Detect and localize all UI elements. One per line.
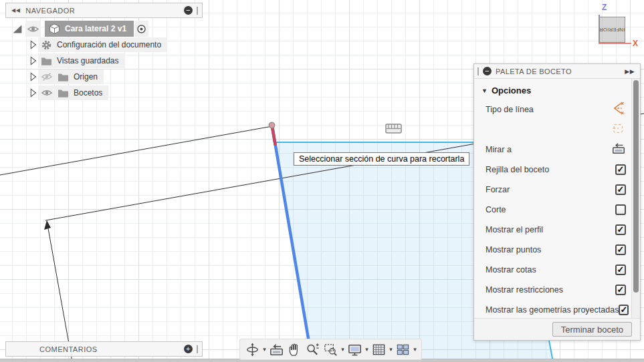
section-opciones[interactable]: ▼ Opciones [474,79,631,100]
row-label: Mirar a [486,145,611,154]
expand-arrow-icon[interactable] [29,87,37,98]
grid-dropdown-caret[interactable]: ▾ [388,346,394,353]
palette-row-grid: Rejilla del boceto [474,160,631,180]
collapse-panel-icon[interactable]: ◀◀ [11,7,20,13]
sketch-line-upper[interactable] [0,126,272,175]
tree-item[interactable]: Vistas guardadas [38,53,125,68]
viewports-icon[interactable] [394,341,412,359]
dimension-badge-icon[interactable] [386,124,401,133]
palette-row-line-type: Tipo de línea [474,100,631,120]
viewcube[interactable]: INFERIOR Z X [574,0,644,60]
palette-scrollbar[interactable] [631,79,640,318]
tree-item-selected[interactable]: Cara lateral 2 v1 [45,21,134,37]
scrollbar-thumb[interactable] [633,80,639,293]
checkbox-corte[interactable] [615,204,626,215]
plus-glyph: + [186,345,191,353]
trim-tooltip: Seleccionar sección de curva para recort… [294,152,469,166]
panel-drag-handle[interactable] [197,345,198,353]
navigator-panel-header: ◀◀ NAVEGADOR − [5,3,203,18]
pan-icon[interactable] [286,341,304,359]
row-label: Mostrar cotas [486,265,615,275]
row-label: Rejilla del boceto [486,165,615,174]
row-label: Mostrar las geometrías proyectadas [486,305,619,315]
checkbox-forzar[interactable] [615,184,626,195]
tree-item[interactable]: Bocetos [38,85,108,100]
palette-row-snap: Forzar [474,180,631,200]
eye-icon[interactable] [41,87,53,99]
checkbox-cotas[interactable] [615,264,626,275]
eye-off-icon[interactable] [41,71,53,83]
folder-icon [58,72,69,82]
palette-footer: Terminar boceto [474,318,640,340]
palette-title: PALETA DE BOCETO [496,67,625,75]
viewcube-face-label: INFERIOR [599,27,625,33]
expand-arrow-icon[interactable] [29,39,37,50]
tree-row-component[interactable]: Cara lateral 2 v1 [12,21,148,37]
minus-glyph: − [485,67,490,75]
sketch-scale-icon[interactable] [611,120,626,139]
palette-row-projected: Mostrar las geometrías proyectadas [474,300,631,318]
viewports-dropdown-caret[interactable]: ▾ [412,346,418,353]
tree-row-doc-settings[interactable]: Configuración del documento [29,37,167,52]
highlighted-curve-section[interactable] [272,127,276,144]
row-label: Mostrar restricciones [486,285,615,295]
navigation-toolbar: ▾ ▾ ▾ [239,339,422,360]
x-axis-line [599,43,631,44]
row-label: Tipo de línea [486,105,611,114]
checkbox-perfil[interactable] [615,224,626,235]
sketch-point[interactable] [269,122,274,128]
panel-drag-handle[interactable] [197,7,198,15]
comments-title: COMENTARIOS [11,345,184,353]
display-settings-icon[interactable] [346,341,364,359]
grid-display-icon[interactable] [370,341,388,359]
row-label: Mostrar el perfil [486,225,615,234]
zoom-icon[interactable] [304,341,322,359]
tree-item-label: Vistas guardadas [57,56,119,65]
row-label: Mostrar puntos [486,245,615,254]
orbit-dropdown-caret[interactable]: ▾ [261,346,267,353]
palette-row-slice: Corte [474,200,631,220]
palette-header: − PALETA DE BOCETO ▶▶ [474,64,640,79]
activate-component-radio[interactable] [134,21,148,37]
finish-sketch-button[interactable]: Terminar boceto [552,322,632,337]
folder-icon [41,56,52,66]
gear-icon [41,39,52,51]
palette-row-sketch-scale [474,120,631,140]
collapse-circle-icon[interactable]: − [184,6,193,15]
expand-arrow-icon[interactable] [29,71,37,82]
tree-row-origin[interactable]: Origen [29,69,104,84]
line-arrowhead [44,220,51,230]
tree-item-label: Origen [74,72,98,81]
checkbox-restricciones[interactable] [615,285,626,295]
line-type-icon[interactable] [611,100,626,119]
tree-row-saved-views[interactable]: Vistas guardadas [29,53,125,68]
comments-panel-header: COMENTARIOS + [5,341,203,357]
expand-panel-icon[interactable]: ▶▶ [625,68,635,75]
visibility-toggle[interactable] [25,21,41,37]
orbit-icon[interactable] [243,341,261,359]
expand-triangle-icon[interactable] [12,23,23,34]
checkbox-rejilla[interactable] [615,164,626,175]
tree-item[interactable]: Configuración del documento [38,37,167,52]
palette-row-look-at: Mirar a [474,140,631,160]
look-at-icon[interactable] [267,341,286,359]
viewcube-face[interactable]: INFERIOR [599,17,625,43]
zoom-window-dropdown-caret[interactable]: ▾ [340,346,346,353]
display-dropdown-caret[interactable]: ▾ [364,346,370,353]
palette-row-dimensions: Mostrar cotas [474,260,631,280]
palette-body: ▼ Opciones Tipo de línea [474,79,631,318]
checkbox-proyectadas[interactable] [619,305,629,315]
look-at-icon[interactable] [611,141,626,158]
collapse-circle-icon[interactable]: − [483,67,492,75]
minus-glyph: − [186,6,191,14]
panel-drag-handle[interactable] [477,67,479,75]
expand-arrow-icon[interactable] [29,55,37,66]
add-comment-icon[interactable]: + [184,345,193,353]
tree-row-sketches[interactable]: Bocetos [29,85,108,100]
tree-item[interactable]: Origen [38,69,104,84]
section-label: Opciones [492,85,531,96]
palette-row-points: Mostrar puntos [474,240,631,260]
navigator-title: NAVEGADOR [25,7,184,15]
zoom-window-icon[interactable] [322,341,340,359]
checkbox-puntos[interactable] [615,244,626,255]
